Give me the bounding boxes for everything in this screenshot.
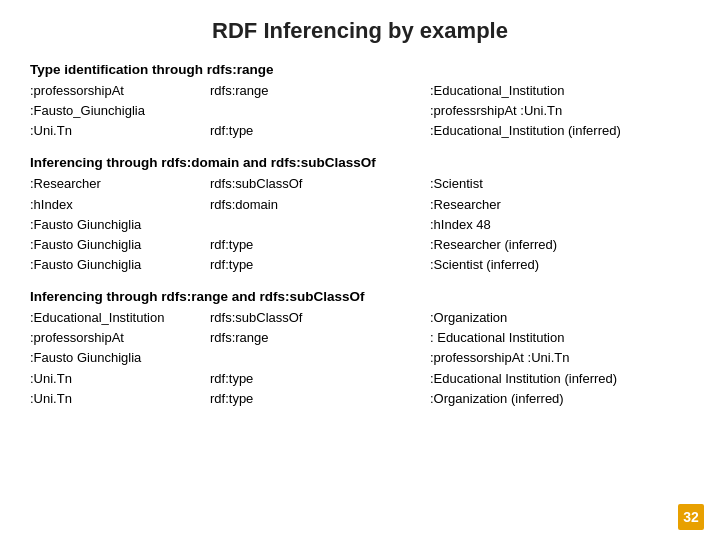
- cell: :Uni.Tn: [30, 369, 210, 389]
- table-row: :hIndex rdfs:domain :Researcher: [30, 195, 690, 215]
- cell: rdf:type: [210, 389, 430, 409]
- section2: Inferencing through rdfs:domain and rdfs…: [30, 155, 690, 275]
- cell: :Organization: [430, 308, 690, 328]
- cell: rdfs:range: [210, 81, 430, 101]
- cell: :Scientist (inferred): [430, 255, 690, 275]
- cell: :Fausto Giunchiglia: [30, 348, 210, 368]
- cell: :Fausto Giunchiglia: [30, 255, 210, 275]
- cell: :Fausto Giunchiglia: [30, 215, 210, 235]
- cell: :hIndex: [30, 195, 210, 215]
- section2-heading: Inferencing through rdfs:domain and rdfs…: [30, 155, 690, 170]
- cell: rdfs:domain: [210, 195, 430, 215]
- table-row: :Uni.Tn rdf:type :Educational Institutio…: [30, 369, 690, 389]
- section1: Type identification through rdfs:range :…: [30, 62, 690, 141]
- cell: :Researcher: [430, 195, 690, 215]
- cell: rdf:type: [210, 255, 430, 275]
- cell: :Educational Institution (inferred): [430, 369, 690, 389]
- section3: Inferencing through rdfs:range and rdfs:…: [30, 289, 690, 409]
- slide-title: RDF Inferencing by example: [30, 18, 690, 44]
- cell: rdf:type: [210, 369, 430, 389]
- cell: :hIndex 48: [430, 215, 690, 235]
- cell: :Organization (inferred): [430, 389, 690, 409]
- cell: :Researcher (inferred): [430, 235, 690, 255]
- table-row: :Fausto Giunchiglia :professorshipAt :Un…: [30, 348, 690, 368]
- page-number: 32: [678, 504, 704, 530]
- cell: :Fausto Giunchiglia: [30, 235, 210, 255]
- slide: RDF Inferencing by example Type identifi…: [0, 0, 720, 540]
- cell: rdf:type: [210, 121, 430, 141]
- table-row: :professorshipAt rdfs:range :Educational…: [30, 81, 690, 101]
- cell: :professorshipAt: [30, 81, 210, 101]
- cell: rdfs:range: [210, 328, 430, 348]
- cell: :Fausto_Giunchiglia: [30, 101, 210, 121]
- table-row: :Fausto Giunchiglia rdf:type :Researcher…: [30, 235, 690, 255]
- table-row: :Fausto Giunchiglia rdf:type :Scientist …: [30, 255, 690, 275]
- section3-heading: Inferencing through rdfs:range and rdfs:…: [30, 289, 690, 304]
- cell: :Educational_Institution: [430, 81, 690, 101]
- table-row: :professorshipAt rdfs:range : Educationa…: [30, 328, 690, 348]
- cell: :Uni.Tn: [30, 389, 210, 409]
- cell: [210, 101, 430, 121]
- table-row: :Fausto Giunchiglia :hIndex 48: [30, 215, 690, 235]
- table-row: :Fausto_Giunchiglia :professrshipAt :Uni…: [30, 101, 690, 121]
- cell: [210, 348, 430, 368]
- cell: :professrshipAt :Uni.Tn: [430, 101, 690, 121]
- cell: :Scientist: [430, 174, 690, 194]
- cell: :Educational_Institution (inferred): [430, 121, 690, 141]
- cell: rdfs:subClassOf: [210, 308, 430, 328]
- table-row: :Researcher rdfs:subClassOf :Scientist: [30, 174, 690, 194]
- cell: rdfs:subClassOf: [210, 174, 430, 194]
- cell: :Educational_Institution: [30, 308, 210, 328]
- cell: :professorshipAt :Uni.Tn: [430, 348, 690, 368]
- cell: :professorshipAt: [30, 328, 210, 348]
- cell: [210, 215, 430, 235]
- cell: :Uni.Tn: [30, 121, 210, 141]
- cell: :Researcher: [30, 174, 210, 194]
- cell: rdf:type: [210, 235, 430, 255]
- cell: : Educational Institution: [430, 328, 690, 348]
- table-row: :Uni.Tn rdf:type :Educational_Institutio…: [30, 121, 690, 141]
- table-row: :Uni.Tn rdf:type :Organization (inferred…: [30, 389, 690, 409]
- table-row: :Educational_Institution rdfs:subClassOf…: [30, 308, 690, 328]
- section1-heading: Type identification through rdfs:range: [30, 62, 690, 77]
